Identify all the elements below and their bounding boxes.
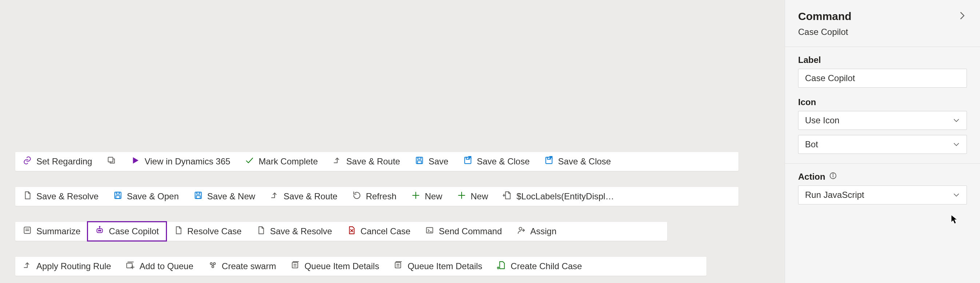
panel-title: Command bbox=[798, 10, 851, 22]
command-label: $LocLabels(EntityDispl… bbox=[517, 191, 614, 202]
command-button[interactable]: Send Command bbox=[418, 222, 509, 241]
toolbar-row-4: Apply Routing RuleAdd to QueueCreate swa… bbox=[15, 257, 706, 276]
command-button[interactable]: Create swarm bbox=[201, 257, 283, 276]
command-button[interactable]: New bbox=[404, 187, 450, 206]
svg-point-26 bbox=[100, 230, 101, 231]
command-button[interactable]: Save & Resolve bbox=[15, 187, 106, 206]
icon-type-select[interactable]: Bot bbox=[798, 135, 967, 154]
command-label: Queue Item Details bbox=[407, 261, 482, 271]
childcase-icon bbox=[497, 261, 506, 272]
command-label: Cancel Case bbox=[361, 226, 410, 237]
command-button[interactable]: Set Regarding bbox=[15, 152, 99, 171]
save-icon bbox=[415, 156, 424, 167]
command-button[interactable]: Apply Routing Rule bbox=[15, 257, 118, 276]
command-label: Summarize bbox=[37, 226, 80, 237]
command-label: Resolve Case bbox=[187, 226, 242, 237]
command-label: Save & Close bbox=[558, 156, 611, 167]
queuedetails-icon bbox=[394, 261, 403, 272]
command-label: Save & Route bbox=[346, 156, 400, 167]
command-button[interactable]: Save & Resolve bbox=[249, 222, 339, 241]
command-button[interactable]: Save & Route bbox=[325, 152, 407, 171]
chevron-right-icon[interactable] bbox=[957, 11, 967, 22]
svg-rect-5 bbox=[465, 157, 471, 163]
chevron-down-icon bbox=[953, 141, 960, 148]
command-button[interactable]: Save & Open bbox=[106, 187, 186, 206]
command-label: Case Copilot bbox=[109, 226, 159, 237]
action-value: Run JavaScript bbox=[805, 190, 864, 200]
action-field-label: Action bbox=[798, 172, 967, 182]
svg-rect-13 bbox=[196, 192, 200, 194]
svg-rect-4 bbox=[418, 161, 422, 164]
command-button[interactable]: Summarize bbox=[15, 222, 88, 241]
label-field-label: Label bbox=[798, 55, 967, 65]
summarize-icon bbox=[22, 226, 32, 237]
icon-mode-value: Use Icon bbox=[805, 115, 840, 126]
toolbar-row-1: Set RegardingView in Dynamics 365Mark Co… bbox=[15, 152, 738, 171]
plus-icon bbox=[411, 191, 420, 202]
route-icon bbox=[270, 191, 279, 202]
chevron-down-icon bbox=[953, 117, 960, 124]
toolbar-row-3: SummarizeCase CopilotResolve CaseSave & … bbox=[15, 222, 667, 241]
command-bar-canvas: Set RegardingView in Dynamics 365Mark Co… bbox=[0, 0, 785, 283]
svg-rect-7 bbox=[546, 157, 552, 163]
command-label: New bbox=[425, 191, 442, 202]
command-label: Set Regarding bbox=[37, 156, 92, 167]
command-button[interactable]: Mark Complete bbox=[237, 152, 325, 171]
command-button[interactable]: Resolve Case bbox=[166, 222, 249, 241]
properties-panel: Command Case Copilot Label Icon Use Icon… bbox=[785, 0, 980, 283]
command-button[interactable]: View in Dynamics 365 bbox=[123, 152, 237, 171]
icon-type-value: Bot bbox=[805, 139, 818, 149]
command-button[interactable]: Create Child Case bbox=[490, 257, 589, 276]
command-label: View in Dynamics 365 bbox=[145, 156, 230, 167]
command-label: Save & Resolve bbox=[37, 191, 99, 202]
play-icon bbox=[130, 156, 140, 167]
command-label: Save & Route bbox=[284, 191, 337, 202]
command-label: Save & Close bbox=[477, 156, 530, 167]
command-button[interactable] bbox=[99, 152, 123, 171]
action-select[interactable]: Run JavaScript bbox=[798, 186, 967, 204]
command-button[interactable]: Queue Item Details bbox=[386, 257, 489, 276]
icon-mode-select[interactable]: Use Icon bbox=[798, 111, 967, 130]
command-button[interactable]: Cancel Case bbox=[339, 222, 418, 241]
command-label: Create swarm bbox=[222, 261, 276, 271]
link-icon bbox=[22, 156, 32, 167]
svg-point-33 bbox=[519, 227, 522, 230]
command-label: Save & Resolve bbox=[270, 226, 332, 237]
svg-rect-3 bbox=[418, 157, 421, 159]
command-button[interactable]: Save & Close bbox=[456, 152, 537, 171]
svg-point-25 bbox=[99, 230, 100, 231]
page-icon bbox=[256, 226, 266, 237]
command-label: New bbox=[471, 191, 488, 202]
command-label: Assign bbox=[530, 226, 557, 237]
label-input[interactable] bbox=[798, 69, 967, 87]
command-label: Send Command bbox=[439, 226, 502, 237]
chevron-down-icon bbox=[953, 191, 960, 199]
info-icon[interactable] bbox=[829, 172, 837, 182]
svg-rect-14 bbox=[196, 196, 200, 199]
toolbar-row-2: Save & ResolveSave & OpenSave & NewSave … bbox=[15, 187, 738, 206]
command-button[interactable]: Add to Queue bbox=[118, 257, 200, 276]
command-button[interactable]: Case Copilot bbox=[88, 222, 166, 241]
save-icon bbox=[113, 191, 123, 202]
command-button[interactable]: Save & Close bbox=[537, 152, 618, 171]
svg-point-28 bbox=[99, 226, 100, 227]
panel-subtitle: Case Copilot bbox=[798, 27, 967, 37]
saveclose-icon bbox=[463, 156, 473, 167]
command-button[interactable]: Save bbox=[407, 152, 456, 171]
command-button[interactable]: Save & Route bbox=[262, 187, 345, 206]
saveclose-icon bbox=[544, 156, 554, 167]
save-icon bbox=[194, 191, 203, 202]
command-button[interactable]: Save & New bbox=[186, 187, 262, 206]
check-icon bbox=[245, 156, 254, 167]
command-button[interactable]: Queue Item Details bbox=[283, 257, 386, 276]
svg-rect-47 bbox=[395, 262, 401, 268]
plus-icon bbox=[457, 191, 466, 202]
command-label: Apply Routing Rule bbox=[37, 261, 111, 271]
command-label: Save & Open bbox=[127, 191, 179, 202]
svg-marker-1 bbox=[133, 157, 138, 163]
command-button[interactable]: $LocLabels(EntityDispl… bbox=[495, 187, 621, 206]
command-button[interactable]: New bbox=[450, 187, 495, 206]
command-button[interactable]: Assign bbox=[509, 222, 564, 241]
command-label: Save & New bbox=[207, 191, 255, 202]
command-button[interactable]: Refresh bbox=[345, 187, 404, 206]
